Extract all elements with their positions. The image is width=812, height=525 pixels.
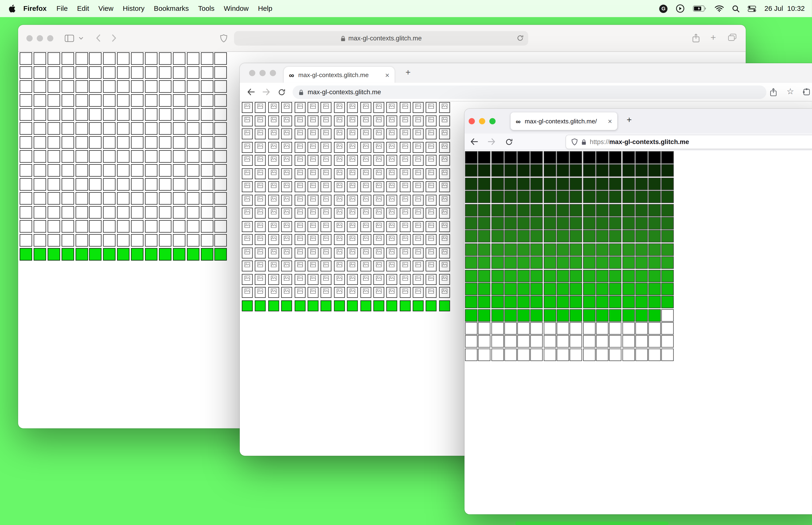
webgl-canvas-cell <box>635 165 648 177</box>
webgl-canvas-cell <box>386 274 397 285</box>
close-tab-icon[interactable]: × <box>608 117 612 125</box>
webgl-canvas-cell <box>465 165 477 177</box>
privacy-shield-icon[interactable] <box>220 34 227 42</box>
webgl-canvas-cell <box>570 165 582 177</box>
spotlight-icon[interactable] <box>732 5 740 12</box>
wifi-icon[interactable] <box>715 5 724 12</box>
menu-edit[interactable]: Edit <box>72 5 94 13</box>
webgl-canvas-cell <box>373 155 384 166</box>
webgl-canvas-cell <box>517 230 530 242</box>
webgl-canvas-cell <box>491 217 504 229</box>
webgl-canvas-cell <box>400 195 411 205</box>
reload-icon[interactable] <box>505 138 513 145</box>
webgl-canvas-cell <box>622 151 634 164</box>
apple-menu-icon[interactable] <box>8 5 16 13</box>
webgl-canvas-cell <box>145 178 157 191</box>
forward-icon[interactable] <box>262 89 270 95</box>
webgl-canvas-cell <box>426 208 437 219</box>
new-tab-button[interactable]: + <box>623 115 636 125</box>
zoom-window-button[interactable] <box>489 118 495 124</box>
webgl-canvas-cell <box>117 122 130 135</box>
menu-view[interactable]: View <box>94 5 118 13</box>
back-icon[interactable] <box>247 89 255 95</box>
webgl-canvas-cell <box>596 165 609 177</box>
webgl-canvas-cell <box>517 348 530 361</box>
back-icon[interactable] <box>96 34 101 42</box>
webgl-canvas-cell <box>281 142 292 152</box>
address-bar[interactable]: max-gl-contexts.glitch.me <box>292 86 766 99</box>
webgl-canvas-cell <box>544 243 556 256</box>
reload-icon[interactable] <box>517 35 524 42</box>
webgl-canvas-cell <box>622 283 634 295</box>
active-app-name[interactable]: Firefox <box>18 5 52 13</box>
battery-icon[interactable] <box>693 5 706 12</box>
address-bar[interactable]: https://max-gl-contexts.glitch.me <box>566 135 812 149</box>
webgl-canvas-cell <box>201 108 213 121</box>
tab-title: max-gl-contexts.glitch.me <box>298 71 369 78</box>
bookmark-star-icon[interactable]: ☆ <box>787 87 794 96</box>
close-window-button[interactable] <box>469 118 475 124</box>
reload-icon[interactable] <box>278 88 286 96</box>
extensions-puzzle-icon[interactable] <box>802 88 810 96</box>
zoom-window-button[interactable] <box>270 70 276 76</box>
webgl-canvas-cell <box>360 287 371 298</box>
close-window-button[interactable] <box>249 70 255 76</box>
menu-window[interactable]: Window <box>219 5 253 13</box>
sidebar-icon[interactable] <box>65 34 74 42</box>
minimize-window-button[interactable] <box>259 70 265 76</box>
close-window-button[interactable] <box>26 35 32 41</box>
webgl-canvas-cell <box>609 335 622 348</box>
webgl-canvas-cell <box>386 181 397 192</box>
close-tab-icon[interactable]: × <box>385 71 389 79</box>
forward-icon[interactable] <box>488 138 495 145</box>
webgl-canvas-cell <box>294 195 305 205</box>
webgl-canvas-cell <box>609 177 622 190</box>
new-tab-button[interactable]: + <box>710 32 716 43</box>
minimize-window-button[interactable] <box>37 35 43 41</box>
webgl-canvas-cell <box>413 208 424 219</box>
chevron-down-icon[interactable] <box>79 36 83 40</box>
menu-help[interactable]: Help <box>253 5 277 13</box>
webgl-canvas-cell <box>478 204 491 216</box>
menu-history[interactable]: History <box>118 5 149 13</box>
webgl-canvas-cell <box>373 221 384 232</box>
webgl-canvas-cell <box>622 243 634 256</box>
webgl-canvas-cell <box>131 52 143 65</box>
webgl-canvas-cell <box>465 177 477 190</box>
webgl-canvas-cell <box>347 168 358 179</box>
now-playing-icon[interactable] <box>676 4 685 13</box>
browser-tab[interactable]: ∞ max-gl-contexts.glitch.me/ × <box>510 112 617 130</box>
webgl-canvas-cell <box>478 217 491 229</box>
g-icon[interactable]: G <box>659 4 668 13</box>
webgl-canvas-cell <box>426 115 437 126</box>
webgl-canvas-cell <box>648 204 661 216</box>
webgl-canvas-cell <box>201 220 213 232</box>
share-icon[interactable] <box>770 88 777 96</box>
share-icon[interactable] <box>692 34 700 42</box>
tab-overview-icon[interactable] <box>728 34 736 41</box>
browser-tab[interactable]: ∞ max-gl-contexts.glitch.me × <box>284 67 395 83</box>
menu-tools[interactable]: Tools <box>193 5 219 13</box>
webgl-canvas-cell <box>103 136 116 149</box>
back-icon[interactable] <box>470 138 478 145</box>
forward-icon[interactable] <box>112 34 117 42</box>
webgl-canvas-cell <box>242 221 252 232</box>
webgl-canvas-cell <box>321 129 332 139</box>
webgl-canvas-cell <box>426 181 437 192</box>
webgl-canvas-cell <box>268 155 279 166</box>
webgl-canvas-cell <box>173 122 185 135</box>
webgl-canvas-cell <box>201 206 213 219</box>
webgl-canvas-cell <box>131 94 143 107</box>
address-bar[interactable]: max-gl-contexts.glitch.me <box>234 31 528 46</box>
zoom-window-button[interactable] <box>47 35 53 41</box>
minimize-window-button[interactable] <box>479 118 485 124</box>
webgl-canvas-cell <box>20 192 32 205</box>
control-center-icon[interactable] <box>748 5 756 12</box>
menu-file[interactable]: File <box>52 5 72 13</box>
firefox-window: ∞ max-gl-contexts.glitch.me/ × + <box>464 109 812 514</box>
menu-clock[interactable]: 26 Jul 10:32 <box>764 5 805 13</box>
webgl-canvas-cell <box>426 102 437 113</box>
menu-bookmarks[interactable]: Bookmarks <box>149 5 194 13</box>
new-tab-button[interactable]: + <box>401 68 415 78</box>
webgl-canvas-cell <box>648 243 661 256</box>
